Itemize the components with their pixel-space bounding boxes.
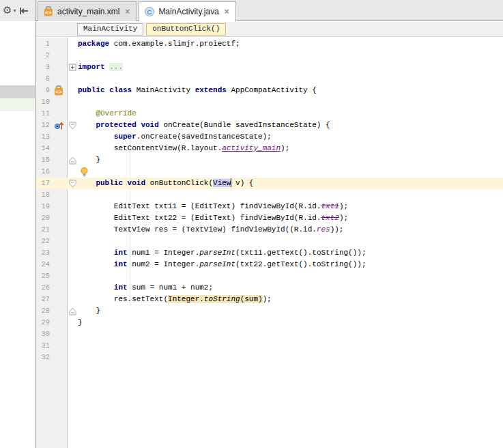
code-line[interactable]: 23 int num1 = Integer.parseInt(txt11.get… bbox=[35, 247, 503, 259]
code-segment: super bbox=[114, 132, 136, 141]
code-text[interactable] bbox=[78, 352, 503, 363]
code-line[interactable]: 20 EditText txt22 = (EditText) findViewB… bbox=[35, 212, 503, 224]
code-line[interactable]: 31 bbox=[35, 340, 503, 352]
fold-marker-down-icon[interactable] bbox=[69, 180, 76, 188]
code-line[interactable]: 28 } bbox=[35, 305, 503, 317]
gutter-icon-cell bbox=[50, 131, 68, 143]
code-line[interactable]: 24 int num2 = Integer.parseInt(txt22.get… bbox=[35, 259, 503, 270]
code-segment: activity_main bbox=[222, 144, 281, 152]
code-line[interactable]: 25 bbox=[35, 270, 503, 282]
project-sidebar[interactable] bbox=[0, 22, 35, 448]
code-text[interactable] bbox=[78, 236, 503, 247]
line-number: 10 bbox=[35, 96, 50, 108]
gear-icon[interactable]: ⚙ bbox=[3, 5, 12, 16]
fold-column bbox=[68, 224, 78, 236]
code-line[interactable]: 3import ... bbox=[35, 61, 503, 73]
code-line[interactable]: 19 EditText txt11 = (EditText) findViewB… bbox=[35, 201, 503, 212]
close-tab-icon[interactable]: × bbox=[225, 7, 229, 16]
hide-panel-icon[interactable] bbox=[18, 6, 29, 16]
override-method-icon[interactable] bbox=[54, 121, 64, 130]
gutter-icon-cell bbox=[50, 189, 68, 201]
fold-marker-up-icon[interactable] bbox=[69, 156, 76, 165]
code-text[interactable]: } bbox=[78, 305, 503, 317]
code-line[interactable]: 29} bbox=[35, 317, 503, 328]
fold-marker-plus-icon[interactable] bbox=[69, 64, 76, 71]
fold-column bbox=[68, 85, 78, 96]
tab-mainactivity-java[interactable]: C MainActivity.java × bbox=[139, 1, 236, 21]
code-segment: parseInt bbox=[199, 249, 235, 257]
code-segment: parseInt bbox=[199, 260, 235, 268]
code-line[interactable]: 32 bbox=[35, 352, 503, 363]
code-line[interactable]: 14 setContentView(R.layout.activity_main… bbox=[35, 143, 503, 154]
code-text[interactable]: public void onButtonClick(View v) { bbox=[78, 178, 503, 189]
related-xml-icon[interactable]: <> bbox=[53, 85, 64, 96]
dropdown-caret-icon[interactable]: ▾ bbox=[13, 8, 16, 14]
fold-column bbox=[68, 282, 78, 294]
code-segment bbox=[78, 179, 96, 187]
code-line[interactable]: 13 super.onCreate(savedInstanceState); bbox=[35, 131, 503, 143]
tab-list: <> activity_main.xml × C MainActivity.ja… bbox=[38, 1, 236, 21]
breadcrumb-method[interactable]: onButtonClick() bbox=[146, 23, 226, 36]
line-number: 28 bbox=[35, 305, 50, 317]
code-text[interactable]: } bbox=[78, 154, 503, 166]
code-text[interactable] bbox=[78, 50, 503, 61]
gutter-icon-cell bbox=[50, 120, 68, 131]
code-text[interactable]: setContentView(R.layout.activity_main); bbox=[78, 143, 503, 154]
code-text[interactable] bbox=[78, 270, 503, 282]
code-line[interactable]: 27 res.setText(Integer.toString(sum)); bbox=[35, 294, 503, 305]
code-text[interactable]: int num2 = Integer.parseInt(txt22.getTex… bbox=[78, 259, 503, 270]
code-line[interactable]: 17 public void onButtonClick(View v) { bbox=[35, 178, 503, 189]
code-text[interactable]: super.onCreate(savedInstanceState); bbox=[78, 131, 503, 143]
code-line[interactable]: 1package com.example.slimjr.proiectf; bbox=[35, 38, 503, 50]
code-line[interactable]: 21 TextView res = (TextView) findViewByI… bbox=[35, 224, 503, 236]
fold-column bbox=[68, 50, 78, 61]
code-text[interactable]: package com.example.slimjr.proiectf; bbox=[78, 38, 503, 50]
fold-column bbox=[68, 166, 78, 178]
code-text[interactable]: int sum = num1 + num2; bbox=[78, 282, 503, 294]
fold-column bbox=[68, 247, 78, 259]
code-text[interactable]: public class MainActivity extends AppCom… bbox=[78, 85, 503, 96]
code-line[interactable]: 18 bbox=[35, 189, 503, 201]
code-line[interactable]: 16 bbox=[35, 166, 503, 178]
code-text[interactable]: res.setText(Integer.toString(sum)); bbox=[78, 294, 503, 305]
line-number: 15 bbox=[35, 154, 50, 166]
gutter-icon-cell bbox=[50, 259, 68, 270]
code-text[interactable]: EditText txt22 = (EditText) findViewById… bbox=[78, 212, 503, 224]
code-line[interactable]: 8 bbox=[35, 73, 503, 85]
code-text[interactable]: TextView res = (TextView) findViewById((… bbox=[78, 224, 503, 236]
code-segment: setContentView(R.layout. bbox=[78, 144, 222, 152]
code-text[interactable]: import ... bbox=[78, 61, 503, 73]
code-segment: ); bbox=[281, 144, 289, 152]
fold-marker-down-icon[interactable] bbox=[69, 122, 76, 130]
tab-activity-main-xml[interactable]: <> activity_main.xml × bbox=[38, 1, 136, 21]
code-line[interactable]: 9<>public class MainActivity extends App… bbox=[35, 85, 503, 96]
breadcrumb-class[interactable]: MainActivity bbox=[77, 23, 143, 36]
code-text[interactable]: @Override bbox=[78, 108, 503, 120]
line-number: 26 bbox=[35, 282, 50, 294]
code-line[interactable]: 26 int sum = num1 + num2; bbox=[35, 282, 503, 294]
code-text[interactable] bbox=[78, 340, 503, 352]
fold-marker-up-icon[interactable] bbox=[69, 307, 76, 316]
code-text[interactable]: int num1 = Integer.parseInt(txt11.getTex… bbox=[78, 247, 503, 259]
code-text[interactable] bbox=[78, 189, 503, 201]
code-text[interactable] bbox=[78, 166, 503, 178]
code-line[interactable]: 11 @Override bbox=[35, 108, 503, 120]
code-line[interactable]: 22 bbox=[35, 236, 503, 247]
code-segment: (sum) bbox=[240, 295, 263, 303]
fold-column bbox=[68, 131, 78, 143]
code-line[interactable]: 15 } bbox=[35, 154, 503, 166]
code-editor[interactable]: 1package com.example.slimjr.proiectf;23i… bbox=[35, 38, 503, 448]
code-text[interactable] bbox=[78, 96, 503, 108]
code-line[interactable]: 2 bbox=[35, 50, 503, 61]
code-text[interactable] bbox=[78, 328, 503, 340]
code-line[interactable]: 10 bbox=[35, 96, 503, 108]
gutter-icon-cell bbox=[50, 328, 68, 340]
line-number: 20 bbox=[35, 212, 50, 224]
close-tab-icon[interactable]: × bbox=[125, 7, 130, 16]
code-text[interactable]: EditText txt11 = (EditText) findViewById… bbox=[78, 201, 503, 212]
code-text[interactable] bbox=[78, 73, 503, 85]
code-line[interactable]: 12 protected void onCreate(Bundle savedI… bbox=[35, 120, 503, 131]
code-text[interactable]: } bbox=[78, 317, 503, 328]
code-text[interactable]: protected void onCreate(Bundle savedInst… bbox=[78, 120, 503, 131]
code-line[interactable]: 30 bbox=[35, 328, 503, 340]
